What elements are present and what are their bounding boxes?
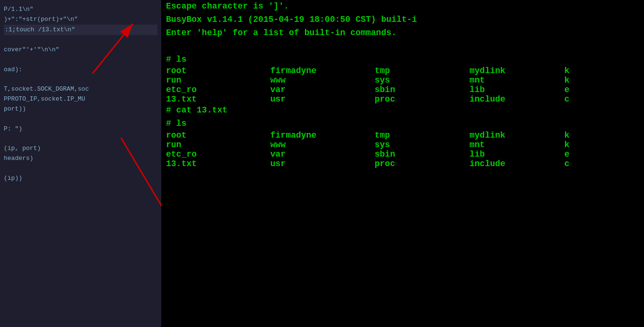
code-line-4	[4, 35, 157, 45]
code-text: (ip, port)	[4, 145, 41, 152]
ls-cell: e	[564, 149, 639, 159]
ls-cell: www	[270, 140, 375, 149]
terminal-ls2-row-2: run www sys mnt k	[166, 140, 639, 149]
ls-cell: sbin	[375, 85, 469, 94]
ls-cell: www	[270, 75, 375, 85]
ls-cell: k	[564, 140, 639, 149]
code-text: headers)	[4, 155, 33, 162]
ls-cell: firmadyne	[270, 66, 375, 75]
ls-cell: sys	[375, 75, 469, 85]
terminal-ls-row-3: etc_ro var sbin lib e	[166, 85, 639, 94]
ls-cell: lib	[469, 85, 564, 94]
terminal-ls-row-2: run www sys mnt k	[166, 75, 639, 85]
ls-cell: usr	[270, 159, 375, 168]
ls-cell: mnt	[469, 140, 564, 149]
ls-cell: root	[166, 66, 270, 75]
code-line-11: port))	[4, 104, 157, 114]
code-line-15: (ip, port)	[4, 144, 157, 154]
code-line-8	[4, 75, 157, 85]
ls-cell: proc	[375, 94, 469, 104]
code-text: P/1.1\n"	[4, 6, 33, 13]
ls-cell: sys	[375, 140, 469, 149]
ls-cell: tmp	[375, 131, 469, 140]
code-text: :1;touch /13.txt\n"	[5, 26, 75, 33]
ls-cell: run	[166, 75, 270, 85]
code-text: P: ")	[4, 125, 22, 132]
ls-cell: root	[166, 131, 270, 140]
ls-cell: mydlink	[469, 66, 564, 75]
terminal-escape-line: Escape character is ']'.	[166, 0, 639, 13]
code-line-7: oad):	[4, 65, 157, 75]
code-text: oad):	[4, 66, 22, 73]
ls-cell: firmadyne	[270, 131, 375, 140]
code-line-12	[4, 114, 157, 124]
code-line-2: )+":"+str(port)+"\n"	[4, 15, 157, 25]
ls-cell: etc_ro	[166, 149, 270, 159]
ls-cell: etc_ro	[166, 85, 270, 94]
code-editor-panel: P/1.1\n" )+":"+str(port)+"\n" :1;touch /…	[0, 0, 161, 327]
terminal-ls-row-1: root firmadyne tmp mydlink k	[166, 66, 639, 75]
ls-cell: k	[564, 75, 639, 85]
terminal-ls2-row-4: 13.txt usr proc include c	[166, 159, 639, 168]
code-text: port))	[4, 105, 26, 112]
code-text: )+":"+str(port)+"\n"	[4, 16, 78, 23]
code-text: cover"'+'"\n\n"	[4, 46, 59, 53]
terminal-ls2-row-3: etc_ro var sbin lib e	[166, 149, 639, 159]
code-text: PPROTO_IP,socket.IP_MU	[4, 95, 85, 103]
ls-cell: include	[469, 159, 564, 168]
ls-cell: usr	[270, 94, 375, 104]
ls-cell: var	[270, 149, 375, 159]
ls-cell: include	[469, 94, 564, 104]
code-line-9: T,socket.SOCK_DGRAM,soc	[4, 84, 157, 94]
ls-cell: var	[270, 85, 375, 94]
ls-cell: run	[166, 140, 270, 149]
ls-cell: e	[564, 85, 639, 94]
terminal-busybox-line: BusyBox v1.14.1 (2015-04-19 18:00:50 CST…	[166, 13, 639, 27]
code-line-17	[4, 164, 157, 174]
code-line-18: (ip))	[4, 174, 157, 184]
terminal-ls-row-4: 13.txt usr proc include c	[166, 94, 639, 104]
ls-cell: k	[564, 131, 639, 140]
code-line-1: P/1.1\n"	[4, 5, 157, 15]
ls-cell: proc	[375, 159, 469, 168]
ls-cell: mnt	[469, 75, 564, 85]
ls-cell: c	[564, 94, 639, 104]
terminal-ls2-row-1: root firmadyne tmp mydlink k	[166, 131, 639, 140]
terminal-blank-1	[166, 40, 639, 53]
code-line-16: headers)	[4, 154, 157, 164]
ls-cell: sbin	[375, 149, 469, 159]
code-line-14	[4, 134, 157, 144]
code-line-6	[4, 55, 157, 65]
code-line-5: cover"'+'"\n\n"	[4, 45, 157, 55]
ls-cell: 13.txt	[166, 94, 270, 104]
terminal-cmd-ls-1: # ls	[166, 53, 639, 66]
code-text: (ip))	[4, 175, 22, 182]
ls-cell: tmp	[375, 66, 469, 75]
terminal-cmd-ls-2: # ls	[166, 117, 639, 131]
ls-cell: 13.txt	[166, 159, 270, 168]
code-text: T,socket.SOCK_DGRAM,soc	[4, 85, 89, 93]
terminal-help-line: Enter 'help' for a list of built-in comm…	[166, 27, 639, 40]
terminal-panel: Escape character is ']'. BusyBox v1.14.1…	[161, 0, 644, 327]
code-line-13: P: ")	[4, 124, 157, 134]
code-line-10: PPROTO_IP,socket.IP_MU	[4, 94, 157, 104]
terminal-cmd-cat: # cat 13.txt	[166, 104, 639, 117]
ls-cell: k	[564, 66, 639, 75]
ls-cell: mydlink	[469, 131, 564, 140]
code-line-3: :1;touch /13.txt\n"	[4, 25, 157, 36]
ls-cell: c	[564, 159, 639, 168]
ls-cell: lib	[469, 149, 564, 159]
